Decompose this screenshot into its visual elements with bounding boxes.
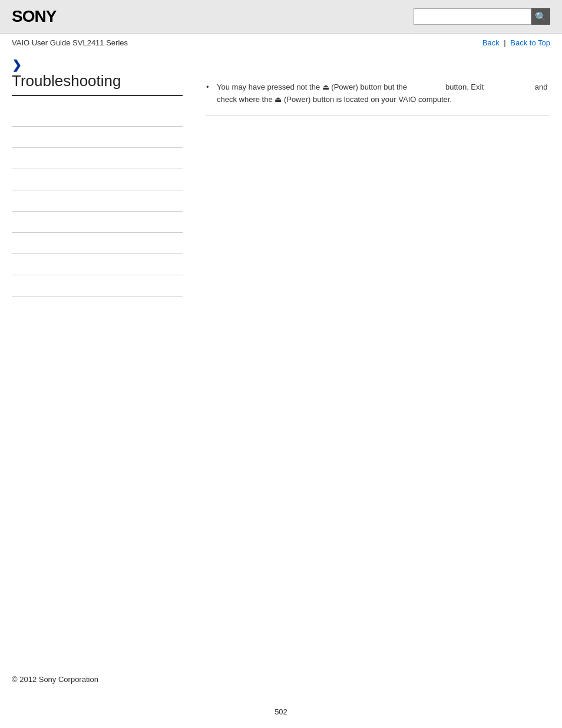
- page-number: 502: [0, 696, 562, 728]
- content-row: Troubleshooting: [0, 72, 562, 477]
- search-icon: 🔍: [535, 11, 547, 22]
- list-item: [12, 233, 183, 254]
- nav-bar: VAIO User Guide SVL2411 Series Back | Ba…: [0, 34, 562, 52]
- chevron-row: ❯: [0, 52, 562, 72]
- back-link[interactable]: Back: [482, 38, 500, 47]
- sidebar-items: [12, 106, 183, 297]
- bullet-list: You may have pressed not the ⏏ (Power) b…: [206, 81, 550, 106]
- search-input[interactable]: [414, 8, 531, 25]
- chevron-right-icon: ❯: [12, 58, 22, 71]
- sidebar-title: Troubleshooting: [12, 72, 183, 96]
- search-button[interactable]: 🔍: [531, 8, 550, 25]
- sidebar-link-1[interactable]: [12, 111, 14, 120]
- back-to-top-link[interactable]: Back to Top: [510, 38, 550, 47]
- footer-copyright: © 2012 Sony Corporation: [0, 663, 562, 696]
- sidebar: Troubleshooting: [12, 72, 194, 477]
- sidebar-link-3[interactable]: [12, 154, 14, 163]
- entry-text: You may have pressed not the ⏏ (Power) b…: [217, 83, 547, 104]
- power-icon-2: ⏏: [275, 95, 282, 104]
- sony-logo: SONY: [12, 7, 56, 26]
- list-item: [12, 169, 183, 190]
- sidebar-link-7[interactable]: [12, 239, 14, 248]
- nav-links: Back | Back to Top: [482, 38, 550, 47]
- content-entry: You may have pressed not the ⏏ (Power) b…: [206, 72, 550, 116]
- sidebar-link-8[interactable]: [12, 260, 14, 269]
- list-item: [12, 190, 183, 212]
- list-item: [12, 212, 183, 233]
- sidebar-link-2[interactable]: [12, 133, 14, 141]
- list-item: [12, 148, 183, 169]
- sidebar-link-6[interactable]: [12, 218, 14, 226]
- list-item: [12, 254, 183, 275]
- power-icon: ⏏: [322, 83, 329, 91]
- sidebar-link-4[interactable]: [12, 175, 14, 184]
- list-item: You may have pressed not the ⏏ (Power) b…: [206, 81, 550, 106]
- list-item: [12, 275, 183, 297]
- sidebar-link-5[interactable]: [12, 196, 14, 205]
- search-area: 🔍: [414, 8, 550, 25]
- list-item: [12, 127, 183, 148]
- main-content-area: You may have pressed not the ⏏ (Power) b…: [194, 72, 550, 477]
- header: SONY 🔍: [0, 0, 562, 34]
- list-item: [12, 106, 183, 127]
- copyright-text: © 2012 Sony Corporation: [12, 675, 98, 684]
- nav-separator: |: [504, 38, 505, 47]
- guide-title: VAIO User Guide SVL2411 Series: [12, 38, 128, 47]
- sidebar-link-9[interactable]: [12, 281, 14, 290]
